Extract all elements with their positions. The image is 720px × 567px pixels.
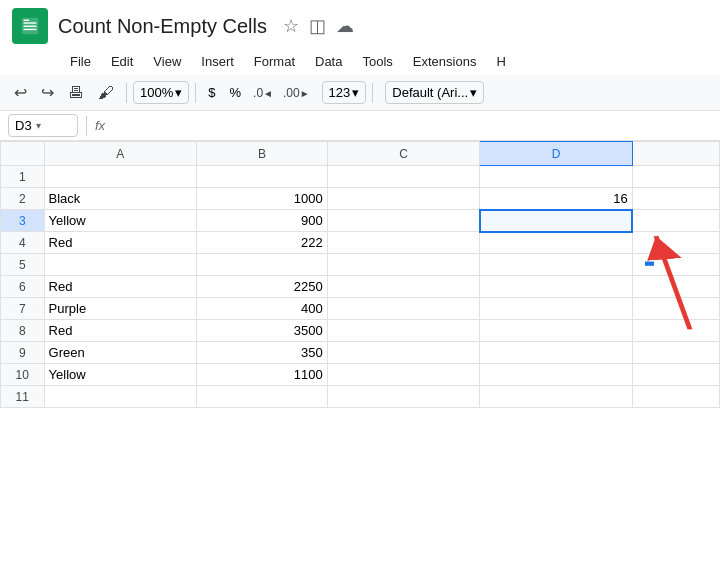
undo-button[interactable]: ↩ bbox=[8, 79, 33, 106]
cell-e1[interactable] bbox=[632, 166, 719, 188]
format-num-label: 123 bbox=[329, 85, 351, 100]
cell-a1[interactable] bbox=[44, 166, 197, 188]
print-button[interactable]: 🖶 bbox=[62, 80, 90, 106]
cell-b9[interactable]: 350 bbox=[197, 342, 328, 364]
cell-e10[interactable] bbox=[632, 364, 719, 386]
cell-a2[interactable]: Black bbox=[44, 188, 197, 210]
cell-b4[interactable]: 222 bbox=[197, 232, 328, 254]
menu-format[interactable]: Format bbox=[246, 50, 303, 73]
table-row: 1 bbox=[1, 166, 720, 188]
menu-help[interactable]: H bbox=[488, 50, 513, 73]
font-label: Default (Ari... bbox=[392, 85, 468, 100]
currency-button[interactable]: $ bbox=[202, 81, 221, 104]
formula-bar: D3 ▾ fx bbox=[0, 111, 720, 141]
redo-button[interactable]: ↪ bbox=[35, 79, 60, 106]
svg-rect-1 bbox=[24, 22, 37, 23]
zoom-value: 100% bbox=[140, 85, 173, 100]
cell-a4[interactable]: Red bbox=[44, 232, 197, 254]
percent-button[interactable]: % bbox=[223, 81, 247, 104]
sheet-table: A B C D 1 2 Black 1000 bbox=[0, 141, 720, 408]
cell-b5[interactable] bbox=[197, 254, 328, 276]
cell-a3[interactable]: Yellow bbox=[44, 210, 197, 232]
row-header-8: 8 bbox=[1, 320, 45, 342]
row-header-4: 4 bbox=[1, 232, 45, 254]
zoom-select[interactable]: 100% ▾ bbox=[133, 81, 189, 104]
col-header-c[interactable]: C bbox=[327, 142, 480, 166]
menu-data[interactable]: Data bbox=[307, 50, 350, 73]
cell-e7[interactable] bbox=[632, 298, 719, 320]
cell-c3[interactable] bbox=[327, 210, 480, 232]
cell-d5[interactable] bbox=[480, 254, 633, 276]
cell-b10[interactable]: 1100 bbox=[197, 364, 328, 386]
cell-b7[interactable]: 400 bbox=[197, 298, 328, 320]
cell-a11[interactable] bbox=[44, 386, 197, 408]
cell-e3[interactable] bbox=[632, 210, 719, 232]
cell-c11[interactable] bbox=[327, 386, 480, 408]
cell-d1[interactable] bbox=[480, 166, 633, 188]
col-header-b[interactable]: B bbox=[197, 142, 328, 166]
cell-d2[interactable]: 16 bbox=[480, 188, 633, 210]
menu-edit[interactable]: Edit bbox=[103, 50, 141, 73]
col-header-a[interactable]: A bbox=[44, 142, 197, 166]
cell-d9[interactable] bbox=[480, 342, 633, 364]
formula-input[interactable] bbox=[113, 118, 712, 133]
cell-a9[interactable]: Green bbox=[44, 342, 197, 364]
cell-b8[interactable]: 3500 bbox=[197, 320, 328, 342]
cell-e6[interactable] bbox=[632, 276, 719, 298]
cell-b3[interactable]: 900 bbox=[197, 210, 328, 232]
cell-b6[interactable]: 2250 bbox=[197, 276, 328, 298]
cell-e2[interactable] bbox=[632, 188, 719, 210]
cell-e11[interactable] bbox=[632, 386, 719, 408]
font-select[interactable]: Default (Ari... ▾ bbox=[385, 81, 484, 104]
cell-c6[interactable] bbox=[327, 276, 480, 298]
cell-b2[interactable]: 1000 bbox=[197, 188, 328, 210]
cell-c4[interactable] bbox=[327, 232, 480, 254]
cell-d3[interactable] bbox=[480, 210, 633, 232]
table-row: 6 Red 2250 bbox=[1, 276, 720, 298]
table-row: 5 bbox=[1, 254, 720, 276]
cell-ref-dropdown[interactable]: ▾ bbox=[36, 120, 41, 131]
menu-extensions[interactable]: Extensions bbox=[405, 50, 485, 73]
cloud-icon[interactable]: ☁ bbox=[336, 15, 354, 37]
cell-d8[interactable] bbox=[480, 320, 633, 342]
cell-c2[interactable] bbox=[327, 188, 480, 210]
cell-e9[interactable] bbox=[632, 342, 719, 364]
decimal-dec-button[interactable]: .0◄ bbox=[249, 82, 277, 104]
cell-c10[interactable] bbox=[327, 364, 480, 386]
cell-d4[interactable] bbox=[480, 232, 633, 254]
decimal-inc-button[interactable]: .00► bbox=[279, 82, 314, 104]
row-header-5: 5 bbox=[1, 254, 45, 276]
format-number-select[interactable]: 123 ▾ bbox=[322, 81, 367, 104]
cell-c5[interactable] bbox=[327, 254, 480, 276]
cell-c7[interactable] bbox=[327, 298, 480, 320]
cell-e8[interactable] bbox=[632, 320, 719, 342]
cell-b1[interactable] bbox=[197, 166, 328, 188]
cell-e4[interactable] bbox=[632, 232, 719, 254]
paint-format-button[interactable]: 🖌 bbox=[92, 80, 120, 106]
cell-a6[interactable]: Red bbox=[44, 276, 197, 298]
cell-reference-box[interactable]: D3 ▾ bbox=[8, 114, 78, 137]
cell-d6[interactable] bbox=[480, 276, 633, 298]
menu-file[interactable]: File bbox=[62, 50, 99, 73]
col-header-d[interactable]: D bbox=[480, 142, 633, 166]
cell-c8[interactable] bbox=[327, 320, 480, 342]
folder-icon[interactable]: ◫ bbox=[309, 15, 326, 37]
menu-view[interactable]: View bbox=[145, 50, 189, 73]
star-icon[interactable]: ☆ bbox=[283, 15, 299, 37]
row-header-1: 1 bbox=[1, 166, 45, 188]
menu-insert[interactable]: Insert bbox=[193, 50, 242, 73]
cell-e5[interactable] bbox=[632, 254, 719, 276]
title-bar: Count Non-Empty Cells ☆ ◫ ☁ bbox=[0, 0, 720, 48]
cell-d10[interactable] bbox=[480, 364, 633, 386]
col-header-e[interactable] bbox=[632, 142, 719, 166]
cell-b11[interactable] bbox=[197, 386, 328, 408]
cell-a5[interactable] bbox=[44, 254, 197, 276]
cell-c9[interactable] bbox=[327, 342, 480, 364]
cell-a10[interactable]: Yellow bbox=[44, 364, 197, 386]
cell-d7[interactable] bbox=[480, 298, 633, 320]
cell-a8[interactable]: Red bbox=[44, 320, 197, 342]
cell-a7[interactable]: Purple bbox=[44, 298, 197, 320]
menu-tools[interactable]: Tools bbox=[354, 50, 400, 73]
cell-d11[interactable] bbox=[480, 386, 633, 408]
cell-c1[interactable] bbox=[327, 166, 480, 188]
